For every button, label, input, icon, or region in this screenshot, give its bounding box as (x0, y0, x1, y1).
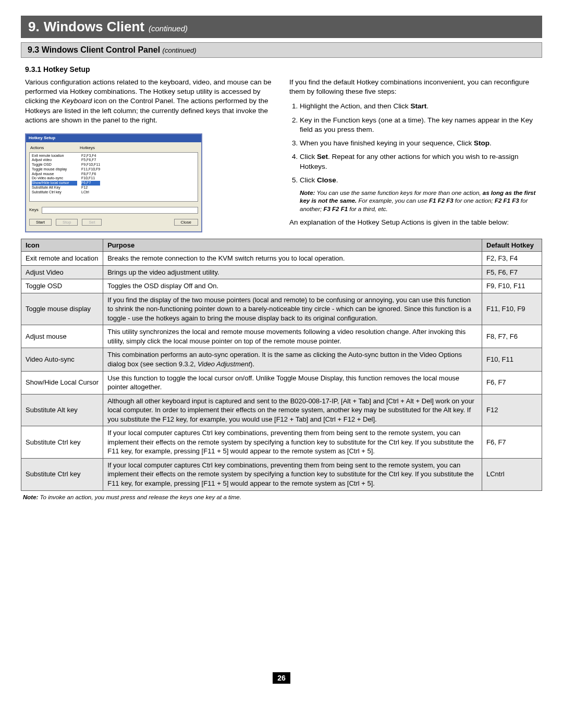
cell-purpose: Although all other keyboard input is cap… (103, 394, 482, 426)
table-row: Adjust mouseThis utility synchronizes th… (21, 325, 542, 348)
list-item[interactable]: Adjust mouse (32, 172, 77, 177)
th-purpose: Purpose (103, 239, 482, 252)
section-continued: (continued) (163, 46, 197, 54)
set-button[interactable]: Set (82, 219, 102, 226)
steps-list: Highlight the Action, and then Click Sta… (300, 102, 538, 185)
table-footnote: Note: To invoke an action, you must pres… (23, 494, 542, 500)
cell-hotkey: F2, F3, F4 (482, 252, 542, 266)
section-title: Windows Client Control Panel (42, 45, 160, 54)
close-button[interactable]: Close (174, 219, 198, 226)
cell-hotkey: F8, F7, F6 (482, 325, 542, 348)
cell-icon: Substitute Alt key (21, 394, 103, 426)
list-item[interactable]: Substitute Ctrl key (32, 190, 77, 195)
subsection-heading: 9.3.1 Hotkey Setup (25, 65, 542, 73)
cell-icon: Adjust mouse (21, 325, 103, 348)
hotkey-actions-table: Icon Purpose Default Hotkey Exit remote … (21, 239, 542, 490)
step-item: Highlight the Action, and then Click Sta… (300, 102, 538, 111)
left-paragraph: Various configuration actions related to… (25, 78, 274, 125)
chapter-title: Windows Client (44, 19, 144, 35)
step-item: Key in the Function keys (one at a time)… (300, 116, 538, 134)
keys-input[interactable] (42, 207, 198, 214)
list-item[interactable]: Exit remote location (32, 154, 77, 158)
start-button[interactable]: Start (29, 219, 52, 226)
table-row: Toggle mouse displayIf you find the disp… (21, 293, 542, 325)
section-number: 9.3 (28, 45, 39, 54)
actions-listbox[interactable]: Exit remote locationAdjust videoToggle O… (29, 152, 198, 202)
list-item[interactable]: Substitute Alt Key (32, 186, 77, 190)
cell-hotkey: LCntrl (482, 458, 542, 490)
table-row: Exit remote and locationBreaks the remot… (21, 252, 542, 266)
keys-label: Keys (29, 207, 39, 213)
cell-hotkey: F5, F6, F7 (482, 265, 542, 279)
cell-icon: Video Auto-sync (21, 348, 103, 371)
cell-hotkey: F6, F7 (482, 371, 542, 394)
right-intro: If you find the default Hotkey combinati… (289, 78, 538, 96)
dialog-title: Hotkey Setup (26, 134, 201, 142)
hotkey-setup-dialog: Hotkey Setup Actions Hotkeys Exit remote… (25, 133, 202, 232)
cell-purpose: This combination performs an auto-sync o… (103, 348, 482, 371)
cell-purpose: If you find the display of the two mouse… (103, 293, 482, 325)
table-row: Toggle OSDToggles the OSD display Off an… (21, 279, 542, 293)
note-reuse-keys: Note: You can use the same function keys… (300, 189, 538, 214)
th-default-hotkey: Default Hotkey (482, 239, 542, 252)
stop-button[interactable]: Stop (56, 219, 78, 226)
step-item: When you have finished keying in your se… (300, 139, 538, 148)
hotkeys-header: Hotkeys (80, 145, 95, 151)
cell-icon: Toggle mouse display (21, 293, 103, 325)
cell-hotkey: F10, F11 (482, 348, 542, 371)
cell-icon: Exit remote and location (21, 252, 103, 266)
cell-purpose: If your local computer captures Ctrl key… (103, 426, 482, 459)
cell-icon: Adjust Video (21, 265, 103, 279)
step-item: Click Close. (300, 176, 538, 185)
chapter-heading: 9. Windows Client (continued) (21, 16, 542, 38)
actions-header: Actions (30, 145, 80, 151)
cell-purpose: Use this function to toggle the local cu… (103, 371, 482, 394)
cell-icon: Substitute Ctrl key (21, 426, 103, 459)
cell-purpose: If your local computer captures Ctrl key… (103, 458, 482, 490)
page-number: 26 (273, 672, 290, 684)
table-row: Substitute Ctrl keyIf your local compute… (21, 426, 542, 459)
list-item[interactable]: Do video auto-sync (32, 176, 77, 181)
table-row: Substitute Ctrl keyIf your local compute… (21, 458, 542, 490)
cell-hotkey: F9, F10, F11 (482, 279, 542, 293)
table-row: Show/Hide Local CursorUse this function … (21, 371, 542, 394)
cell-hotkey: F11, F10, F9 (482, 293, 542, 325)
section-heading: 9.3 Windows Client Control Panel (contin… (21, 42, 542, 58)
cell-hotkey: F6, F7 (482, 426, 542, 459)
cell-purpose: Toggles the OSD display Off and On. (103, 279, 482, 293)
chapter-number: 9. (28, 19, 40, 35)
cell-icon: Show/Hide Local Cursor (21, 371, 103, 394)
list-item[interactable]: Toggle OSD (32, 163, 77, 167)
cell-icon: Substitute Ctrl key (21, 458, 103, 490)
cell-icon: Toggle OSD (21, 279, 103, 293)
table-row: Video Auto-syncThis combination performs… (21, 348, 542, 371)
right-outro: An explanation of the Hotkey Setup Actio… (289, 218, 538, 227)
table-row: Adjust VideoBrings up the video adjustme… (21, 265, 542, 279)
table-row: Substitute Alt keyAlthough all other key… (21, 394, 542, 426)
cell-purpose: Breaks the remote connection to the KVM … (103, 252, 482, 266)
step-item: Click Set. Repeat for any other actions … (300, 152, 538, 171)
cell-purpose: This utility synchronizes the local and … (103, 325, 482, 348)
cell-purpose: Brings up the video adjustment utility. (103, 265, 482, 279)
th-icon: Icon (21, 239, 103, 252)
cell-hotkey: F12 (482, 394, 542, 426)
list-item[interactable]: Show/Hide local cursor (32, 181, 77, 186)
list-item[interactable]: Toggle mouse display (32, 167, 77, 172)
chapter-continued: (continued) (149, 24, 188, 33)
list-item[interactable]: Adjust video (32, 158, 77, 163)
